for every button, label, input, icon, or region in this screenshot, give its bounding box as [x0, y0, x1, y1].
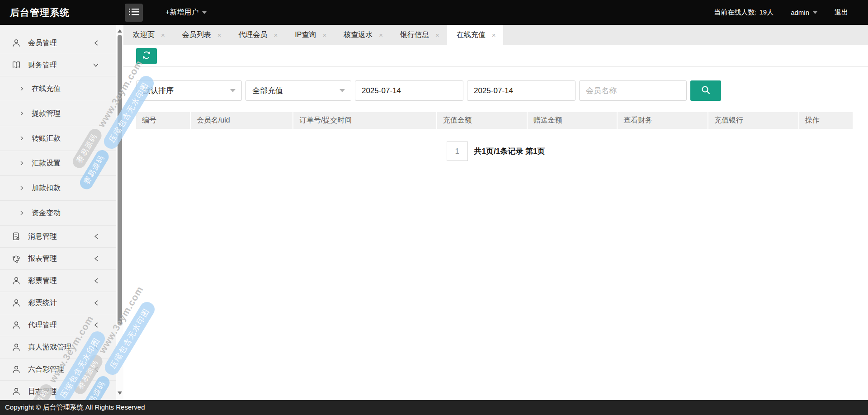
sidebar-subitem-3[interactable]: 提款管理 [0, 101, 116, 126]
chevron-right-icon [19, 210, 24, 216]
admin-app: 后台管理系统 +新增用户 当前在线人数: 19人 [0, 0, 868, 415]
user-icon [11, 320, 21, 330]
sidebar-item-label: 代理管理 [28, 321, 57, 330]
tab-3[interactable]: IP查询× [285, 25, 334, 45]
top-header: 后台管理系统 +新增用户 当前在线人数: 19人 [0, 0, 868, 25]
chevron-left-icon [93, 388, 99, 395]
tab-close-icon[interactable]: × [435, 31, 439, 39]
sidebar-subitem-4[interactable]: 转账汇款 [0, 126, 116, 151]
tab-5[interactable]: 银行信息× [391, 25, 447, 45]
chevron-left-icon [93, 233, 99, 240]
report-icon [11, 254, 21, 264]
sidebar-subitem-6[interactable]: 加款扣款 [0, 176, 116, 201]
chevron-down-icon [230, 89, 236, 92]
scroll-up-arrow-icon[interactable] [118, 29, 122, 33]
filter-bar: 默认排序 全部充值 2025-07-14 2025-07-14 会员名称 [136, 80, 868, 101]
tab-bar: 欢迎页×会员列表×代理会员×IP查询×核查返水×银行信息×在线充值× [123, 25, 868, 45]
add-user-dropdown[interactable]: +新增用户 [165, 0, 207, 25]
column-header-0: 编号 [136, 112, 191, 129]
online-count-value: 19人 [759, 8, 774, 17]
chevron-right-icon [19, 185, 24, 191]
column-header-4: 赠送金额 [528, 112, 618, 129]
pagination: 1 共1页/1条记录 第1页 [123, 141, 868, 161]
sidebar-item-14[interactable]: 六合彩管理 [0, 358, 116, 381]
tab-close-icon[interactable]: × [379, 31, 383, 39]
tab-close-icon[interactable]: × [161, 31, 165, 39]
sidebar-item-label: 六合彩管理 [28, 365, 64, 374]
sidebar-item-label: 转账汇款 [32, 134, 61, 143]
recharge-type-select[interactable]: 全部充值 [245, 80, 351, 101]
date-from-input[interactable]: 2025-07-14 [355, 80, 463, 101]
column-header-5: 查看财务 [618, 112, 708, 129]
sidebar-item-9[interactable]: 报表管理 [0, 248, 116, 270]
chevron-left-icon [93, 299, 99, 307]
chevron-right-icon [19, 135, 24, 141]
sidebar-item-label: 会员管理 [28, 38, 57, 48]
chevron-left-icon [93, 344, 99, 351]
scroll-down-arrow-icon[interactable] [118, 391, 122, 395]
chevron-left-icon [93, 366, 99, 373]
chevron-right-icon [19, 85, 24, 92]
search-button[interactable] [690, 80, 721, 101]
sidebar-item-13[interactable]: 真人游戏管理 [0, 336, 116, 358]
member-name-input[interactable]: 会员名称 [579, 80, 687, 101]
sidebar-subitem-5[interactable]: 汇款设置 [0, 151, 116, 176]
sidebar-item-label: 消息管理 [28, 232, 57, 241]
tab-0[interactable]: 欢迎页× [123, 25, 173, 45]
tab-2[interactable]: 代理会员× [229, 25, 286, 45]
sidebar-scrollbar[interactable] [116, 25, 123, 400]
refresh-button[interactable] [136, 48, 157, 64]
footer: Copyright © 后台管理系统 All Rights Reserved [0, 400, 868, 415]
chevron-down-icon [202, 11, 207, 14]
member-name-placeholder: 会员名称 [586, 85, 617, 96]
sidebar-item-15[interactable]: 日志管理 [0, 381, 116, 400]
chevron-down-icon [813, 11, 817, 14]
sidebar-item-0[interactable]: 会员管理 [0, 32, 116, 54]
date-from-value: 2025-07-14 [362, 86, 401, 95]
sidebar-item-label: 汇款设置 [32, 159, 61, 168]
user-icon [11, 38, 21, 48]
tab-4[interactable]: 核查返水× [334, 25, 391, 45]
sidebar-subitem-7[interactable]: 资金变动 [0, 201, 116, 226]
tab-label: 核查返水 [344, 30, 373, 40]
sidebar-item-10[interactable]: 彩票管理 [0, 270, 116, 292]
sort-select[interactable]: 默认排序 [136, 80, 242, 101]
sidebar-subitem-2[interactable]: 在线充值 [0, 76, 116, 101]
tab-close-icon[interactable]: × [322, 31, 326, 39]
scrollbar-thumb[interactable] [118, 35, 122, 325]
chevron-left-icon [93, 321, 99, 329]
sidebar-item-label: 日志管理 [28, 387, 57, 396]
date-to-input[interactable]: 2025-07-14 [467, 80, 576, 101]
add-user-label: +新增用户 [165, 8, 198, 17]
sidebar-item-label: 在线充值 [32, 84, 61, 94]
tab-6[interactable]: 在线充值× [447, 25, 504, 45]
user-icon [11, 342, 21, 352]
user-icon [11, 364, 21, 374]
finance-book-icon [11, 60, 21, 70]
tab-1[interactable]: 会员列表× [173, 25, 229, 45]
tab-close-icon[interactable]: × [492, 31, 496, 39]
page-number-button[interactable]: 1 [447, 141, 468, 161]
pagination-summary: 共1页/1条记录 第1页 [474, 146, 545, 156]
tab-label: 欢迎页 [133, 30, 155, 40]
tab-label: 银行信息 [400, 30, 429, 40]
online-count-label: 当前在线人数: [714, 8, 756, 17]
search-icon [701, 85, 711, 97]
sidebar-item-11[interactable]: 彩票统计 [0, 292, 116, 314]
hamburger-icon [129, 8, 139, 18]
tab-close-icon[interactable]: × [274, 31, 278, 39]
user-menu-dropdown[interactable]: admin [791, 9, 817, 16]
logout-button[interactable]: 退出 [835, 8, 848, 17]
sidebar-toggle-button[interactable] [125, 4, 143, 22]
refresh-icon [142, 50, 151, 61]
tab-close-icon[interactable]: × [217, 31, 222, 39]
sidebar-item-label: 报表管理 [28, 254, 57, 264]
tab-label: 在线充值 [457, 30, 486, 40]
sidebar-item-1[interactable]: 财务管理 [0, 54, 116, 76]
sidebar-item-12[interactable]: 代理管理 [0, 314, 116, 336]
tab-label: IP查询 [295, 30, 316, 40]
user-icon [11, 298, 21, 308]
sidebar-item-8[interactable]: 消息管理 [0, 226, 116, 248]
chevron-down-icon [92, 62, 99, 68]
sidebar-item-label: 提款管理 [32, 109, 61, 118]
